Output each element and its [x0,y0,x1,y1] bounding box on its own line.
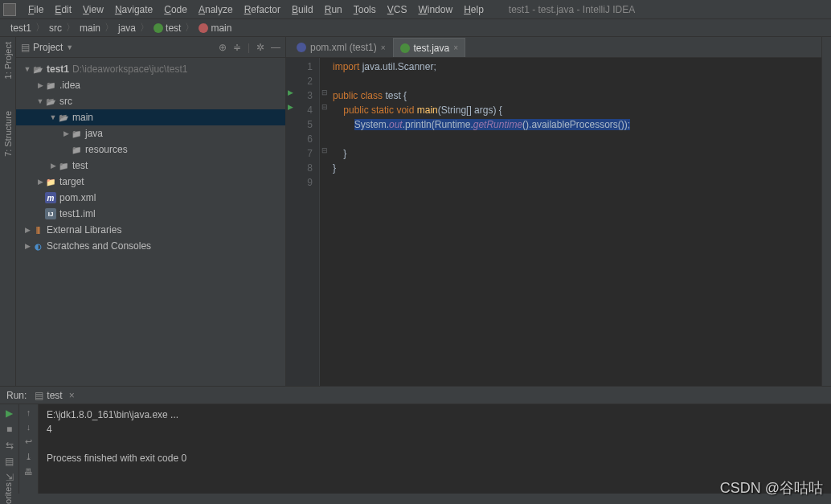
expand-arrow[interactable]: ▼ [23,65,32,73]
expand-arrow[interactable]: ▶ [23,242,32,250]
expand-arrow[interactable]: ▶ [61,129,71,137]
tool-tab-project[interactable]: 1: Project [3,42,13,79]
folder-icon [58,160,69,171]
code-line[interactable]: public static void main(String[] args) { [333,103,828,117]
close-icon[interactable]: × [381,43,386,52]
folder-open-icon [32,64,43,75]
file-icon [297,43,306,52]
menu-bar: FileEditViewNavigateCodeAnalyzeRefactorB… [0,0,831,19]
folder-open-icon [45,96,56,107]
tree-node-.idea[interactable]: ▶.idea [16,77,285,93]
editor-tabs: pom.xml (test1)×test.java× [286,37,831,58]
expand-arrow[interactable]: ▶ [35,81,45,89]
lib-icon [32,224,43,236]
folder-orange-icon [45,176,56,187]
chevron-down-icon: ▼ [66,43,73,51]
code-line[interactable]: public class test { [333,88,828,103]
folder-icon [71,128,82,139]
menu-view[interactable]: View [77,2,109,17]
file-icon [400,43,410,53]
window-title: test1 - test.java - IntelliJ IDEA [509,4,635,15]
tree-node-test1[interactable]: ▼test1D:\ideaworkspace\juc\test1 [16,61,285,77]
breadcrumb-java[interactable]: java [114,23,140,34]
tree-node-pom.xml[interactable]: pom.xml [16,190,285,206]
menu-analyze[interactable]: Analyze [193,2,239,17]
breadcrumb-src[interactable]: src [45,23,66,34]
left-tool-stripe: 1: Project 7: Structure [0,37,16,386]
tree-node-main[interactable]: ▼main [16,109,285,125]
code-line[interactable]: System.out.println(Runtime.getRuntime().… [333,117,828,132]
menu-code[interactable]: Code [158,2,193,17]
scroll-icon[interactable]: ⤓ [25,452,32,462]
menu-vcs[interactable]: VCS [382,2,413,17]
breadcrumb-main[interactable]: main [194,23,235,34]
up-icon[interactable]: ↑ [27,408,31,417]
wrap-icon[interactable]: ↩ [25,436,32,447]
run-console-output[interactable]: E:\jdk1.8.0_161\bin\java.exe ...4Process… [39,404,831,494]
tree-node-test[interactable]: ▶test [16,158,285,174]
watermark: CSDN @谷咕咕 [720,478,823,498]
folder-icon [71,144,82,155]
close-icon[interactable]: × [453,43,458,52]
editor-gutter[interactable]: 12▶3▶456789 [286,58,320,386]
code-line[interactable] [333,132,828,146]
project-tree[interactable]: ▼test1D:\ideaworkspace\juc\test1▶.idea▼s… [16,58,285,386]
print-icon[interactable]: 🖶 [24,467,33,477]
tree-node-target[interactable]: ▶target [16,174,285,190]
code-editor[interactable]: import java.util.Scanner;public class te… [330,58,831,386]
editor-area: pom.xml (test1)×test.java× 12▶3▶456789 ⊟… [286,37,831,386]
menu-navigate[interactable]: Navigate [109,2,158,17]
expand-arrow[interactable]: ▶ [23,226,32,234]
editor-tab[interactable]: test.java× [393,38,466,57]
tree-node-Scratches and Consoles[interactable]: ▶Scratches and Consoles [16,238,285,254]
fold-column[interactable]: ⊟⊟⊟ [320,58,330,386]
app-icon [3,3,16,16]
gear-icon[interactable]: ✲ [256,42,264,53]
code-line[interactable] [333,175,828,190]
project-panel-title[interactable]: ▤ Project ▼ [21,42,73,53]
expand-arrow[interactable]: ▼ [48,113,58,121]
minimize-icon[interactable]: — [271,42,280,53]
expand-arrow[interactable]: ▼ [35,97,45,105]
project-icon: ▤ [21,42,30,53]
folder-open-icon [58,112,69,123]
m-icon [45,192,56,203]
expand-arrow[interactable]: ▶ [48,162,58,170]
breadcrumb-bar: test1〉src〉main〉java〉test〉main [0,19,831,37]
class-icon [154,23,163,33]
run-config-tab[interactable]: ▤ test × [35,390,74,401]
code-line[interactable]: import java.util.Scanner; [333,59,828,74]
menu-file[interactable]: File [23,2,49,17]
breadcrumb-test1[interactable]: test1 [6,23,35,34]
down-icon[interactable]: ↓ [27,422,31,432]
menu-help[interactable]: Help [458,2,489,17]
close-icon[interactable]: × [69,390,75,401]
menu-refactor[interactable]: Refactor [239,2,286,17]
breadcrumb-main[interactable]: main [76,23,104,34]
expand-icon[interactable]: ≑ [233,42,241,53]
menu-tools[interactable]: Tools [348,2,382,17]
editor-tab[interactable]: pom.xml (test1)× [289,38,393,57]
tree-node-External Libraries[interactable]: ▶External Libraries [16,222,285,238]
expand-arrow[interactable]: ▶ [35,178,45,186]
folder-icon [45,80,56,91]
method-icon [199,23,208,33]
tree-node-resources[interactable]: resources [16,141,285,158]
menu-edit[interactable]: Edit [49,2,77,17]
tree-node-src[interactable]: ▼src [16,93,285,109]
breadcrumb-test[interactable]: test [149,23,185,34]
tool-tab-favorites[interactable]: orites [3,482,13,504]
scratch-icon [32,240,43,252]
code-line[interactable]: } [333,161,828,175]
tree-node-test1.iml[interactable]: test1.iml [16,206,285,222]
run-gutter-icon[interactable]: ▶ [288,88,293,96]
code-line[interactable] [333,74,828,88]
run-gutter-icon[interactable]: ▶ [288,103,293,111]
tree-node-java[interactable]: ▶java [16,125,285,141]
code-line[interactable]: } [333,146,828,161]
tool-tab-structure[interactable]: 7: Structure [3,111,13,157]
menu-run[interactable]: Run [319,2,348,17]
menu-window[interactable]: Window [412,2,458,17]
locate-icon[interactable]: ⊕ [219,42,227,53]
menu-build[interactable]: Build [286,2,319,17]
